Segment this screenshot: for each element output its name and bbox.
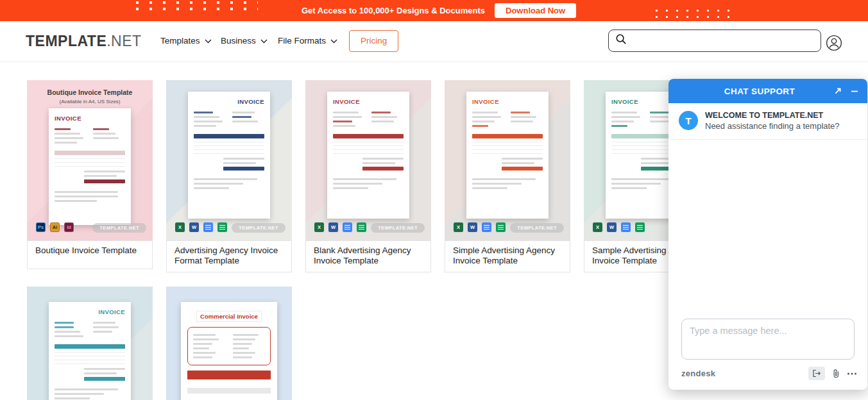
indesign-icon: Id: [64, 222, 74, 232]
file-format-icons: Ps Ai Id: [36, 222, 74, 232]
chat-welcome-section: T WELCOME TO TEMPLATE.NET Need assistanc…: [668, 103, 867, 140]
chevron-down-icon: [260, 36, 268, 46]
dots-pattern-right: [656, 10, 736, 19]
promo-text: Get Access to 100,000+ Designs & Documen…: [302, 6, 485, 15]
nav-file-formats[interactable]: File Formats: [278, 36, 337, 46]
thumb-subtitle: (Available in A4, US Sizes): [27, 99, 153, 104]
nav-templates-label: Templates: [160, 36, 200, 46]
chevron-down-icon: [205, 36, 212, 46]
google-docs-icon: [621, 222, 631, 232]
chat-message-area: [668, 140, 867, 319]
search-input[interactable]: [633, 36, 814, 46]
invoice-document-preview: Commercial Invoice: [181, 302, 277, 400]
excel-icon: X: [454, 222, 463, 232]
template-thumbnail: INVOICE X W TEMPLATE.NET: [445, 80, 570, 240]
thumb-title: Boutique Invoice Template: [27, 88, 153, 96]
logo-primary: TEMPLATE: [26, 33, 106, 49]
excel-icon: X: [314, 222, 324, 232]
file-format-icons: X W: [314, 222, 366, 232]
search-icon: [615, 33, 627, 48]
word-icon: W: [468, 222, 477, 232]
template-card-blank-adv[interactable]: INVOICE X W TEMPLATE.NET: [305, 80, 431, 272]
chat-message-input[interactable]: [681, 319, 855, 360]
chat-header: CHAT SUPPORT: [668, 79, 867, 103]
google-docs-icon: [482, 222, 491, 232]
excel-icon: X: [175, 222, 185, 232]
google-sheets-icon: [635, 222, 645, 232]
chat-support-widget: CHAT SUPPORT T WELCOME TO TEMPLATE.NET N…: [668, 79, 867, 390]
chevron-down-icon: [330, 36, 337, 46]
template-card-title[interactable]: Blank Advertising Agency Invoice Templat…: [305, 240, 431, 272]
google-sheets-icon: [496, 222, 506, 232]
logo-secondary: .NET: [106, 33, 141, 49]
page: Get Access to 100,000+ Designs & Documen…: [0, 0, 868, 400]
popout-icon[interactable]: [834, 87, 842, 95]
invoice-document-preview: INVOICE: [466, 92, 549, 219]
file-format-icons: X W: [175, 222, 227, 232]
template-thumbnail: INVOICE X W TEMPLATE.NET: [166, 80, 292, 240]
template-card-title[interactable]: Simple Advertising Agency Invoice Templa…: [445, 240, 570, 272]
zendesk-brand[interactable]: zendesk: [681, 369, 808, 378]
chat-welcome-subtitle: Need assistance finding a template?: [705, 121, 840, 131]
grid-row-1: Boutique Invoice Template (Available in …: [27, 80, 726, 272]
watermark-badge: TEMPLATE.NET: [232, 223, 285, 233]
account-icon[interactable]: [826, 35, 842, 51]
nav-templates[interactable]: Templates: [160, 36, 212, 46]
template-card-boutique[interactable]: Boutique Invoice Template (Available in …: [27, 80, 153, 272]
invoice-document-preview: INVOICE: [327, 92, 409, 219]
pricing-button[interactable]: Pricing: [349, 30, 398, 52]
watermark-badge: TEMPLATE.NET: [92, 223, 146, 233]
template-card-teal-invoice[interactable]: INVOICE: [27, 287, 153, 400]
site-logo[interactable]: TEMPLATE.NET: [26, 33, 142, 50]
invoice-document-preview: INVOICE: [49, 302, 131, 400]
nav-file-formats-label: File Formats: [278, 36, 326, 46]
template-card-simple-adv[interactable]: INVOICE X W TEMPLATE.NET: [445, 80, 570, 272]
chat-welcome-title: WELCOME TO TEMPLATE.NET: [705, 111, 840, 120]
illustrator-icon: Ai: [50, 222, 60, 232]
dots-pattern-left: [136, 1, 258, 11]
promo-banner: Get Access to 100,000+ Designs & Documen…: [0, 0, 868, 21]
site-header: TEMPLATE.NET Templates Business File For…: [0, 21, 868, 62]
template-thumbnail: INVOICE: [27, 287, 153, 400]
word-icon: W: [189, 222, 199, 232]
search-box[interactable]: [608, 29, 821, 52]
photoshop-icon: Ps: [36, 222, 46, 232]
google-sheets-icon: [357, 222, 366, 232]
chat-footer: zendesk: [668, 360, 867, 390]
nav-business-label: Business: [221, 36, 256, 46]
template-thumbnail: INVOICE X W TEMPLATE.NET: [305, 80, 431, 240]
template-card-title[interactable]: Boutique Invoice Template: [27, 240, 153, 269]
grid-row-2: INVOICE Commercial Invoice: [27, 287, 726, 400]
watermark-badge: TEMPLATE.NET: [510, 223, 564, 233]
chat-avatar: T: [679, 111, 698, 130]
excel-icon: X: [593, 222, 602, 232]
template-card-title[interactable]: Advertising Agency Invoice Format Templa…: [166, 240, 292, 272]
watermark-badge: TEMPLATE.NET: [371, 223, 425, 233]
invoice-document-preview: INVOICE: [49, 108, 131, 225]
end-chat-icon[interactable]: [808, 367, 825, 380]
google-docs-icon: [343, 222, 352, 232]
template-grid: Boutique Invoice Template (Available in …: [27, 80, 726, 400]
google-sheets-icon: [217, 222, 227, 232]
more-options-icon[interactable]: [847, 372, 857, 376]
template-card-commercial-invoice[interactable]: Commercial Invoice: [166, 287, 292, 400]
template-card-adv-format[interactable]: INVOICE X W TEMPLATE.NET: [166, 80, 292, 272]
template-thumbnail: Boutique Invoice Template (Available in …: [27, 80, 153, 240]
word-icon: W: [607, 222, 617, 232]
minimize-icon[interactable]: [851, 87, 858, 95]
nav-business[interactable]: Business: [221, 36, 268, 46]
chat-title: CHAT SUPPORT: [668, 87, 834, 96]
word-icon: W: [328, 222, 338, 232]
file-format-icons: X W: [454, 222, 506, 232]
google-docs-icon: [203, 222, 213, 232]
download-now-button[interactable]: Download Now: [495, 3, 576, 18]
invoice-document-preview: INVOICE: [188, 92, 270, 219]
file-format-icons: X W: [593, 222, 645, 232]
attachment-icon[interactable]: [832, 369, 840, 378]
template-thumbnail: Commercial Invoice: [166, 287, 292, 400]
